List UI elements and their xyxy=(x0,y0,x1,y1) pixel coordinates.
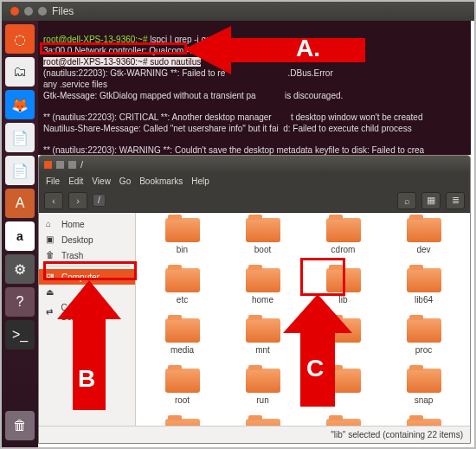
software-icon[interactable]: A xyxy=(5,189,35,218)
files-icon[interactable]: 🗂 xyxy=(5,57,35,87)
folder-label: home xyxy=(252,295,273,305)
nautilus-titlebar: / xyxy=(39,156,470,173)
folder-item[interactable]: boot xyxy=(223,218,302,266)
annotation-label-c: C xyxy=(306,355,324,382)
folder-icon xyxy=(407,369,441,393)
terminal-text: Gtk-Message: GtkDialog mapped without a … xyxy=(43,91,343,100)
list-view-icon[interactable]: ≣ xyxy=(446,192,465,209)
folder-item[interactable]: cdrom xyxy=(304,218,383,266)
folder-item[interactable] xyxy=(304,419,383,426)
amazon-icon[interactable]: a xyxy=(5,221,35,251)
computer-icon: 🖳 xyxy=(46,272,56,282)
sidebar-item-home[interactable]: ⌂Home xyxy=(39,216,135,232)
grid-view-icon[interactable]: ▦ xyxy=(421,192,441,209)
unity-launcher: ◌ 🗂 🦊 📄 📄 A a ⚙ ? >_ 🗑 xyxy=(2,21,38,447)
minimize-icon[interactable] xyxy=(56,161,64,169)
folder-label: cdrom xyxy=(331,245,356,254)
folder-item[interactable]: mnt xyxy=(223,318,302,367)
folder-label: mnt xyxy=(255,345,270,355)
sidebar-item-label: Desktop xyxy=(61,235,93,245)
forward-button[interactable]: › xyxy=(68,192,87,209)
sidebar-item-computer[interactable]: 🖳Computer xyxy=(39,269,135,285)
folder-item[interactable]: dev xyxy=(384,218,463,266)
folder-item[interactable]: home xyxy=(223,268,302,317)
help-icon[interactable]: ? xyxy=(5,287,35,317)
folder-label: etc xyxy=(177,295,188,305)
firefox-icon[interactable]: 🦊 xyxy=(5,90,35,119)
folder-label: media xyxy=(170,345,194,355)
menu-bookmarks[interactable]: Bookmarks xyxy=(139,176,183,186)
trash-icon[interactable]: 🗑 xyxy=(5,411,35,440)
nautilus-title: / xyxy=(80,159,83,170)
folder-icon xyxy=(165,268,200,292)
search-icon[interactable]: ⌕ xyxy=(397,192,416,209)
folder-item[interactable]: sys xyxy=(223,419,302,426)
menu-edit[interactable]: Edit xyxy=(68,176,83,186)
close-icon[interactable] xyxy=(44,161,52,169)
terminal-window[interactable]: root@dell-XPS-13-9360:~# lspci | grep -i… xyxy=(38,21,471,155)
folder-item[interactable]: etc xyxy=(143,268,222,317)
nautilus-menubar: File Edit View Go Bookmarks Help xyxy=(39,173,470,189)
folder-item[interactable]: lib64 xyxy=(384,268,463,317)
folder-icon xyxy=(326,218,361,242)
path-crumb[interactable]: / xyxy=(93,194,106,207)
folder-icon xyxy=(165,419,200,426)
terminal-text: lspci | grep -i qca617 xyxy=(148,35,230,44)
folder-item[interactable]: srv xyxy=(143,419,222,426)
maximize-icon[interactable] xyxy=(38,7,47,16)
status-bar: "lib" selected (containing 22 items) xyxy=(39,426,470,443)
menu-view[interactable]: View xyxy=(92,176,111,186)
folder-item[interactable]: root xyxy=(143,369,222,417)
terminal-icon[interactable]: >_ xyxy=(5,320,35,350)
dash-icon[interactable]: ◌ xyxy=(5,24,35,54)
folder-label: boot xyxy=(254,245,271,254)
back-button[interactable]: ‹ xyxy=(44,192,63,209)
folder-icon xyxy=(165,318,200,343)
folder-label: lib64 xyxy=(415,295,433,305)
writer-icon[interactable]: 📄 xyxy=(5,156,35,185)
status-text: "lib" selected (containing 22 items) xyxy=(331,430,463,439)
sidebar-item-connect[interactable]: ⇄Connect to Server xyxy=(39,300,135,324)
sidebar-item-label: Home xyxy=(61,220,85,229)
folder-item[interactable]: snap xyxy=(384,369,463,417)
folder-item[interactable]: lib xyxy=(304,268,383,317)
folder-item[interactable]: run xyxy=(223,369,302,417)
maximize-icon[interactable] xyxy=(68,161,76,169)
icon-view[interactable]: bin boot cdrom dev etc home lib lib64 me… xyxy=(136,213,470,426)
folder-label: snap xyxy=(415,395,434,405)
folder-icon xyxy=(246,369,280,393)
sidebar-item-label: Connect to Server xyxy=(61,303,128,322)
close-icon[interactable] xyxy=(10,7,19,16)
network-icon: ⇄ xyxy=(46,307,56,318)
terminal-text: 3a:00.0 Network controller: Qualcom Athe… xyxy=(43,46,312,55)
window-titlebar: Files xyxy=(2,2,474,21)
folder-label: bin xyxy=(177,245,188,254)
folder-item[interactable]: proc xyxy=(384,318,463,367)
settings-icon[interactable]: ⚙ xyxy=(5,254,35,284)
sidebar-item-trash[interactable]: 🗑Trash xyxy=(39,247,135,263)
folder-icon xyxy=(407,218,441,242)
desktop-icon: ▣ xyxy=(46,234,56,245)
terminal-text: (nautilus:22203): Gtk-WARNING **: Failed… xyxy=(43,68,333,78)
menu-go[interactable]: Go xyxy=(119,176,131,186)
folder-icon xyxy=(246,419,280,426)
menu-file[interactable]: File xyxy=(46,176,60,186)
folder-item[interactable]: bin xyxy=(143,218,222,266)
prompt: root@dell-XPS-13-9360:~# xyxy=(43,35,148,44)
folder-label: proc xyxy=(415,345,432,355)
minimize-icon[interactable] xyxy=(24,7,33,16)
folder-item[interactable]: media xyxy=(143,318,222,367)
terminal-text: any .service files xyxy=(43,80,107,89)
folder-item[interactable]: tmp xyxy=(384,419,463,426)
menu-help[interactable]: Help xyxy=(191,176,209,186)
nautilus-sidebar: ⌂Home ▣Desktop 🗑Trash 🖳Computer ⏏ ⇄Conne… xyxy=(39,213,136,426)
terminal-text: ** (nautilus:22203): CRITICAL **: Anothe… xyxy=(43,112,422,122)
folder-icon xyxy=(407,419,441,426)
folder-icon xyxy=(246,218,280,242)
sidebar-item-desktop[interactable]: ▣Desktop xyxy=(39,232,135,247)
doc-icon[interactable]: 📄 xyxy=(5,123,35,152)
folder-icon xyxy=(407,268,441,292)
sidebar-item-media[interactable]: ⏏ xyxy=(39,285,135,300)
sidebar-item-label: Computer xyxy=(61,273,100,282)
terminal-text: ** (nautilus:22203): WARNING **: Couldn'… xyxy=(43,145,424,155)
